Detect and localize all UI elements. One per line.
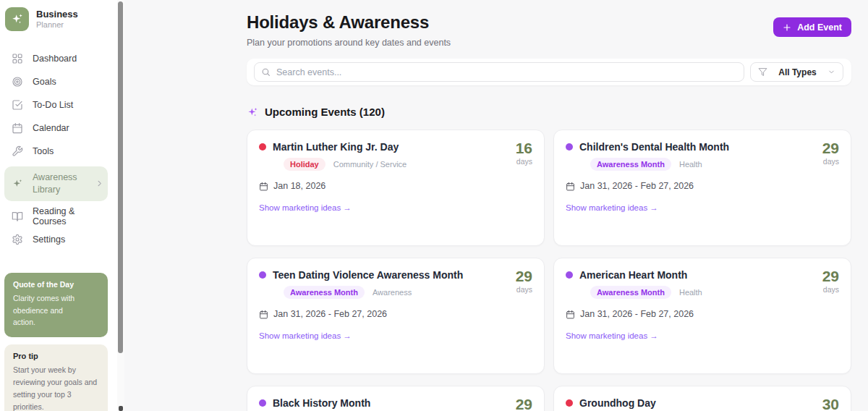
days-remaining: 29 days [822,140,839,166]
event-type-badge: Holiday [284,158,326,171]
filter-icon [758,67,767,77]
show-marketing-ideas-link[interactable]: Show marketing ideas → [259,331,352,340]
check-square-icon [12,99,23,111]
sidebar: Business Planner Dashboard Goals To-Do L… [0,0,124,411]
page-header: Holidays & Awareness Plan your promotion… [247,0,851,48]
event-card: Black History Month 29 days [247,386,545,411]
event-card: Teen Dating Violence Awareness Month 29 … [247,258,545,374]
days-remaining: 29 days [516,396,532,411]
search-toolbar: All Types [247,59,851,85]
sidebar-item-reading-courses[interactable]: Reading & Courses [4,205,108,228]
app-name: Business [36,9,78,20]
grid-icon [12,53,23,64]
search-input[interactable] [254,62,744,82]
app-logo: Business Planner [4,7,108,31]
pro-tip-body: Start your week by reviewing your goals … [13,364,98,411]
event-type-badge: Awareness Month [590,158,671,171]
sidebar-item-label: Awareness Library [33,171,83,196]
event-type-dot [566,271,573,279]
main-content: Holidays & Awareness Plan your promotion… [247,0,851,411]
add-event-label: Add Event [797,22,842,33]
sidebar-item-label: Calendar [33,123,69,133]
page-subtitle: Plan your promotions around key dates an… [247,38,851,48]
days-label: days [516,285,532,294]
quote-of-the-day-card: Quote of the Day Clarity comes with obed… [4,273,108,337]
event-category-tag: Health [679,288,702,297]
event-type-dot [259,271,266,279]
days-remaining: 29 days [516,268,532,294]
scrollbar-nub[interactable] [119,406,123,411]
sidebar-item-calendar[interactable]: Calendar [4,116,108,140]
scrollbar-thumb[interactable] [118,1,123,353]
event-title: Children's Dental Health Month [579,141,729,153]
event-card: Martin Luther King Jr. Day 16 days Holid… [247,130,545,246]
target-icon [12,76,23,88]
event-title: Teen Dating Violence Awareness Month [273,269,463,281]
days-count: 29 [822,268,839,285]
event-card: Groundhog Day 30 days [553,386,851,411]
event-title: American Heart Month [579,269,687,281]
days-label: days [822,157,839,166]
calendar-icon [566,182,575,191]
upcoming-events-header: Upcoming Events (120) [247,106,851,118]
calendar-icon [12,122,23,134]
sidebar-item-awareness-library[interactable]: Awareness Library [4,166,108,201]
days-count: 29 [822,140,839,157]
sidebar-item-label: Tools [33,146,54,156]
event-category-tag: Awareness [373,288,412,297]
event-category-tag: Community / Service [333,160,407,169]
quote-body: Clarity comes with obedience and action. [13,292,87,329]
days-count: 30 [822,396,839,411]
sidebar-item-tools[interactable]: Tools [4,140,108,163]
event-type-badge: Awareness Month [590,286,671,299]
sidebar-item-todo-list[interactable]: To-Do List [4,93,108,116]
sidebar-item-label: Reading & Courses [33,206,103,226]
chevron-right-icon [95,179,103,187]
sidebar-item-label: Goals [33,77,56,87]
sidebar-item-label: Dashboard [33,54,77,64]
event-date: Jan 31, 2026 - Feb 27, 2026 [580,181,694,191]
page-title: Holidays & Awareness [247,12,851,33]
event-title: Groundhog Day [579,397,656,409]
sidebar-item-label: Settings [33,234,65,245]
type-filter-dropdown[interactable]: All Types [750,62,843,82]
days-count: 29 [516,268,532,285]
days-label: days [516,157,532,166]
calendar-icon [259,310,268,319]
add-event-button[interactable]: Add Event [773,17,851,37]
calendar-icon [566,310,575,319]
events-grid: Martin Luther King Jr. Day 16 days Holid… [247,130,851,411]
sidebar-item-goals[interactable]: Goals [4,70,108,93]
sparkles-logo-icon [5,7,29,31]
event-category-tag: Health [679,160,702,169]
calendar-icon [259,182,268,191]
app-tagline: Planner [36,20,78,30]
gear-icon [12,234,23,245]
show-marketing-ideas-link[interactable]: Show marketing ideas → [566,331,658,340]
sidebar-item-label: To-Do List [33,100,73,110]
quote-title: Quote of the Day [13,280,99,289]
chevron-down-icon [827,68,835,76]
vertical-scrollbar [117,0,124,411]
event-date: Jan 31, 2026 - Feb 27, 2026 [273,309,387,319]
event-type-dot [259,143,266,151]
event-title: Black History Month [273,397,370,409]
sidebar-item-dashboard[interactable]: Dashboard [4,47,108,70]
event-type-dot [259,399,266,407]
search-icon [261,67,271,77]
show-marketing-ideas-link[interactable]: Show marketing ideas → [566,203,658,212]
event-date: Jan 18, 2026 [273,181,326,191]
book-open-icon [12,211,23,222]
days-count: 29 [516,396,532,411]
sparkles-icon [247,106,258,118]
event-date: Jan 31, 2026 - Feb 27, 2026 [580,309,694,319]
show-marketing-ideas-link[interactable]: Show marketing ideas → [259,203,352,212]
event-type-badge: Awareness Month [284,286,365,299]
event-title: Martin Luther King Jr. Day [273,141,399,153]
sidebar-item-settings[interactable]: Settings [4,228,108,251]
event-type-dot [566,399,573,407]
sidebar-nav: Dashboard Goals To-Do List Calendar Tool… [4,47,108,251]
plus-icon [783,23,791,32]
event-card: American Heart Month 29 days Awareness M… [553,258,851,374]
section-title: Upcoming Events (120) [265,106,385,118]
